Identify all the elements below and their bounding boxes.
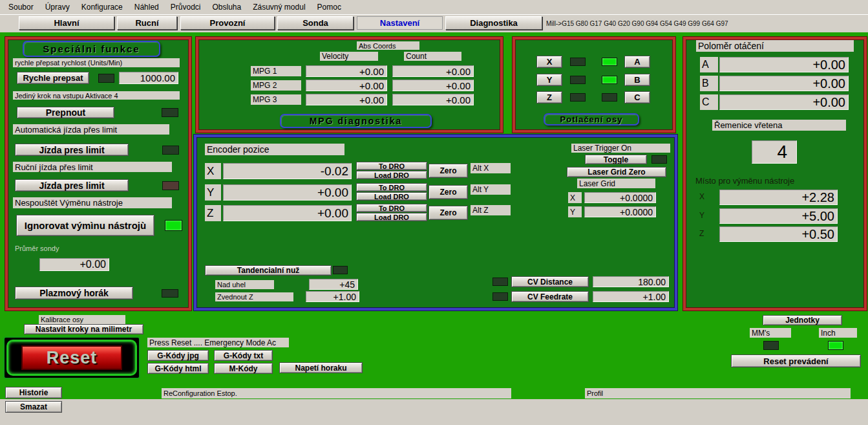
menu-file[interactable]: Soubor — [3, 1, 39, 13]
encoder-y-zero-button[interactable]: Zero — [429, 185, 468, 199]
tab-rucni[interactable]: Rucní — [117, 16, 177, 30]
knife-angle-value[interactable]: +45 — [309, 279, 358, 290]
units-button[interactable]: Jednotky — [763, 315, 842, 325]
gcode-html-button[interactable]: G-Kódy html — [147, 363, 209, 374]
laser-grid-y-label: Y — [568, 206, 582, 217]
rotation-b-value[interactable]: +0.00 — [719, 76, 849, 91]
mpg-panel: Abs Coords Velocity Count MPG 1 +0.00 +0… — [196, 37, 503, 133]
axis-a-button[interactable]: A — [624, 56, 650, 68]
history-button[interactable]: Historie — [5, 387, 62, 398]
tab-hlavni[interactable]: Hlavní — [19, 16, 114, 30]
mpg2-velocity-value[interactable]: +0.00 — [306, 80, 387, 91]
auto-limit-override-button[interactable]: Jízda pres limit — [15, 144, 129, 156]
menu-operator[interactable]: Obsluha — [206, 1, 247, 13]
cv-distance-value[interactable]: 180.00 — [593, 276, 669, 287]
laser-grid-x-value[interactable]: +0.0000 — [584, 192, 656, 203]
axis-a-led — [602, 58, 617, 66]
cv-feedrate-led — [492, 292, 508, 301]
encoder-z-load-dro-button[interactable]: Load DRO — [356, 213, 427, 221]
laser-grid-y-value[interactable]: +0.0000 — [584, 206, 656, 217]
axis-c-button[interactable]: C — [624, 91, 650, 104]
laser-toggle-led — [651, 155, 667, 164]
toolchange-y-value[interactable]: +5.00 — [719, 208, 838, 224]
cv-feedrate-value[interactable]: +1.00 — [593, 291, 669, 302]
axis-y-led — [570, 76, 586, 84]
knife-angle-label: Nad uhel — [215, 280, 274, 289]
encoder-y-to-dro-button[interactable]: To DRO — [356, 183, 427, 191]
encoder-x-zero-button[interactable]: Zero — [429, 164, 468, 178]
set-steps-per-mm-button[interactable]: Nastavit kroky na milimetr — [24, 324, 143, 334]
tab-sonda[interactable]: Sonda — [277, 16, 354, 30]
gcode-jpg-button[interactable]: G-Kódy jpg — [147, 350, 209, 361]
gcode-txt-button[interactable]: G-Kódy txt — [214, 350, 273, 361]
encoder-x-to-dro-button[interactable]: To DRO — [356, 162, 427, 170]
rotation-a-value[interactable]: +0.00 — [719, 57, 849, 72]
tab-provozni[interactable]: Provozní — [180, 16, 275, 30]
probe-diameter-value[interactable]: +0.00 — [39, 258, 109, 271]
manual-limit-override-button[interactable]: Jízda pres limit — [15, 179, 129, 191]
mpg3-label: MPG 3 — [251, 94, 301, 105]
mpg1-velocity-value[interactable]: +0.00 — [306, 65, 387, 77]
menu-config[interactable]: Konfigurace — [76, 1, 129, 13]
plasma-torch-button[interactable]: Plazmový horák — [15, 287, 133, 300]
mpg2-count-value[interactable]: +0.00 — [392, 80, 474, 91]
special-functions-title: Speciálni funkce — [23, 41, 160, 57]
rotation-c-value[interactable]: +0.00 — [719, 94, 849, 110]
rotation-c-label: C — [700, 94, 718, 110]
laser-toggle-button[interactable]: Toggle — [585, 155, 647, 164]
mpg3-velocity-value[interactable]: +0.00 — [306, 94, 387, 105]
rapid-override-label: rychle přepsat rychlost (Units/Min) — [13, 58, 180, 67]
ignore-toolchange-led — [165, 220, 182, 231]
axis-y-button[interactable]: Y — [536, 74, 562, 86]
mcode-button[interactable]: M-Kódy — [214, 363, 273, 374]
mpg2-label: MPG 2 — [251, 80, 301, 91]
axis-inhibit-panel: X A Y B Z C Potlačení osy — [513, 37, 675, 133]
cv-feedrate-button[interactable]: CV Feedrate — [511, 291, 589, 302]
gcode-modal-status: Mill->G15 G80 G17 G40 G20 G90 G94 G54 G4… — [546, 20, 728, 27]
tab-diagnostika[interactable]: Diagnostika — [445, 16, 542, 30]
encoder-y-value[interactable]: +0.00 — [223, 184, 352, 201]
manual-limit-led — [162, 181, 179, 190]
axis-calibration-label: Kalibrace osy — [39, 315, 125, 324]
menu-view[interactable]: Náhled — [129, 1, 165, 13]
menu-help[interactable]: Pomoc — [312, 1, 347, 13]
cv-distance-button[interactable]: CV Distance — [511, 276, 589, 287]
encoder-z-zero-button[interactable]: Zero — [429, 206, 468, 220]
axis-b-led — [602, 76, 617, 84]
encoder-z-value[interactable]: +0.00 — [223, 205, 352, 221]
profile-bar: Profil — [585, 388, 851, 398]
reset-conversion-button[interactable]: Reset prevádení — [731, 354, 861, 367]
toolchange-x-label: X — [697, 192, 709, 201]
mpg-diagnostics-button[interactable]: MPG diagnostika — [280, 114, 432, 128]
laser-grid-label: Laser Grid — [577, 179, 655, 188]
axis-b-button[interactable]: B — [624, 74, 650, 86]
encoder-x-label: X — [205, 163, 221, 179]
menu-edit[interactable]: Úpravy — [39, 1, 76, 13]
mpg3-count-value[interactable]: +0.00 — [392, 94, 474, 105]
encoder-y-load-dro-button[interactable]: Load DRO — [356, 192, 427, 201]
encoder-x-load-dro-button[interactable]: Load DRO — [356, 171, 427, 179]
knife-lift-z-value[interactable]: +1.00 — [306, 291, 359, 302]
rapid-override-button[interactable]: Rychle prepsat — [17, 72, 89, 84]
ignore-toolchange-button[interactable]: Ignorovat výmìnu nástrojù — [16, 215, 154, 236]
axis-z-button[interactable]: Z — [536, 91, 562, 104]
encoder-x-value[interactable]: -0.02 — [223, 163, 352, 179]
toggle-button[interactable]: Prepnout — [17, 107, 114, 118]
laser-grid-zero-button[interactable]: Laser Grid Zero — [567, 167, 666, 177]
spindle-pulley-value[interactable]: 4 — [752, 140, 797, 164]
tangential-knife-button[interactable]: Tandencialní nuž — [205, 265, 332, 276]
axis-c-led — [602, 93, 617, 102]
mpg1-count-value[interactable]: +0.00 — [392, 65, 474, 77]
clear-button[interactable]: Smazat — [5, 401, 62, 413]
torch-voltage-button[interactable]: Napetí horaku — [279, 362, 363, 373]
axis-x-button[interactable]: X — [536, 56, 562, 68]
encoder-z-to-dro-button[interactable]: To DRO — [356, 204, 427, 212]
tab-nastaveni[interactable]: Nastavení — [357, 16, 443, 30]
rapid-override-value[interactable]: 1000.00 — [119, 72, 178, 84]
toolchange-x-value[interactable]: +2.28 — [719, 190, 838, 205]
laser-grid-x-label: X — [568, 192, 582, 203]
reset-button[interactable]: Reset — [21, 345, 122, 370]
toolchange-z-value[interactable]: +0.50 — [719, 226, 838, 242]
menu-plugin[interactable]: Zásuvný modul — [247, 1, 311, 13]
menu-wizards[interactable]: Průvodci — [165, 1, 207, 13]
